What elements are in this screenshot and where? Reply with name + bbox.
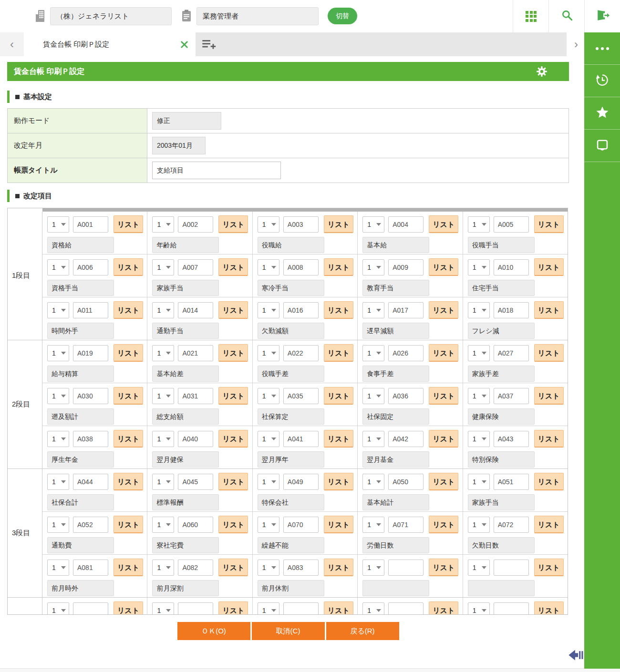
list-button[interactable]: リスト bbox=[429, 344, 458, 362]
order-select[interactable]: 1 bbox=[468, 560, 490, 576]
order-select[interactable]: 1 bbox=[47, 259, 69, 275]
order-select[interactable]: 1 bbox=[258, 602, 279, 615]
item-code-input[interactable] bbox=[73, 345, 108, 361]
new-tab-icon[interactable] bbox=[202, 39, 217, 52]
order-select[interactable]: 1 bbox=[468, 517, 490, 533]
order-select[interactable]: 1 bbox=[258, 388, 279, 404]
order-select[interactable]: 1 bbox=[47, 474, 69, 490]
close-icon[interactable] bbox=[180, 41, 188, 49]
order-select[interactable]: 1 bbox=[47, 302, 69, 318]
item-code-input[interactable] bbox=[283, 431, 319, 447]
list-button[interactable]: リスト bbox=[114, 473, 143, 490]
list-button[interactable]: リスト bbox=[534, 516, 564, 533]
list-button[interactable]: リスト bbox=[324, 344, 353, 362]
order-select[interactable]: 1 bbox=[468, 474, 490, 490]
item-code-input[interactable] bbox=[283, 216, 319, 233]
order-select[interactable]: 1 bbox=[468, 259, 490, 275]
list-button[interactable]: リスト bbox=[218, 344, 248, 362]
list-button[interactable]: リスト bbox=[114, 215, 143, 233]
item-code-input[interactable] bbox=[283, 474, 319, 490]
order-select[interactable]: 1 bbox=[258, 259, 279, 275]
list-button[interactable]: リスト bbox=[324, 473, 353, 490]
list-button[interactable]: リスト bbox=[218, 387, 248, 405]
order-select[interactable]: 1 bbox=[47, 345, 69, 361]
role-input[interactable] bbox=[196, 7, 319, 25]
item-code-input[interactable] bbox=[494, 431, 529, 447]
item-code-input[interactable] bbox=[73, 216, 108, 233]
search-button[interactable] bbox=[548, 0, 585, 32]
order-select[interactable]: 1 bbox=[258, 474, 279, 490]
apps-grid-button[interactable] bbox=[513, 0, 549, 32]
order-select[interactable]: 1 bbox=[468, 345, 490, 361]
list-button[interactable]: リスト bbox=[429, 387, 458, 405]
item-code-input[interactable] bbox=[73, 431, 108, 447]
item-code-input[interactable] bbox=[283, 517, 319, 533]
item-code-input[interactable] bbox=[178, 259, 213, 275]
list-button[interactable]: リスト bbox=[324, 215, 353, 233]
list-button[interactable]: リスト bbox=[114, 601, 143, 615]
item-code-input[interactable] bbox=[388, 302, 424, 318]
list-button[interactable]: リスト bbox=[534, 301, 564, 319]
item-code-input[interactable] bbox=[494, 602, 529, 615]
tab-scroll-right[interactable]: › bbox=[569, 32, 583, 56]
list-button[interactable]: リスト bbox=[218, 301, 248, 319]
list-button[interactable]: リスト bbox=[534, 473, 564, 490]
list-button[interactable]: リスト bbox=[218, 559, 248, 576]
order-select[interactable]: 1 bbox=[47, 602, 69, 615]
item-code-input[interactable] bbox=[178, 602, 213, 615]
list-button[interactable]: リスト bbox=[534, 559, 564, 576]
list-button[interactable]: リスト bbox=[324, 516, 353, 533]
item-code-input[interactable] bbox=[73, 302, 108, 318]
order-select[interactable]: 1 bbox=[362, 388, 384, 404]
order-select[interactable]: 1 bbox=[468, 602, 490, 615]
item-code-input[interactable] bbox=[494, 216, 529, 233]
order-select[interactable]: 1 bbox=[258, 431, 279, 447]
item-code-input[interactable] bbox=[178, 560, 213, 576]
item-code-input[interactable] bbox=[388, 259, 424, 275]
company-input[interactable] bbox=[50, 7, 172, 25]
list-button[interactable]: リスト bbox=[534, 430, 564, 448]
item-code-input[interactable] bbox=[73, 259, 108, 275]
item-code-input[interactable] bbox=[178, 388, 213, 404]
list-button[interactable]: リスト bbox=[429, 473, 458, 490]
order-select[interactable]: 1 bbox=[468, 388, 490, 404]
item-code-input[interactable] bbox=[73, 602, 108, 615]
tab-scroll-left[interactable]: ‹ bbox=[0, 32, 24, 56]
list-button[interactable]: リスト bbox=[534, 215, 564, 233]
list-button[interactable]: リスト bbox=[429, 601, 458, 615]
item-code-input[interactable] bbox=[73, 388, 108, 404]
order-select[interactable]: 1 bbox=[152, 602, 174, 615]
logout-button[interactable] bbox=[584, 0, 620, 32]
item-code-input[interactable] bbox=[178, 216, 213, 233]
item-code-input[interactable] bbox=[494, 345, 529, 361]
order-select[interactable]: 1 bbox=[152, 560, 174, 576]
item-code-input[interactable] bbox=[494, 474, 529, 490]
order-select[interactable]: 1 bbox=[468, 216, 490, 233]
item-code-input[interactable] bbox=[494, 302, 529, 318]
order-select[interactable]: 1 bbox=[258, 216, 279, 233]
list-button[interactable]: リスト bbox=[114, 387, 143, 405]
list-button[interactable]: リスト bbox=[218, 516, 248, 533]
order-select[interactable]: 1 bbox=[47, 388, 69, 404]
order-select[interactable]: 1 bbox=[152, 345, 174, 361]
item-code-input[interactable] bbox=[388, 216, 424, 233]
item-code-input[interactable] bbox=[494, 560, 529, 576]
order-select[interactable]: 1 bbox=[152, 216, 174, 233]
item-code-input[interactable] bbox=[388, 345, 424, 361]
list-button[interactable]: リスト bbox=[324, 601, 353, 615]
list-button[interactable]: リスト bbox=[534, 601, 564, 615]
list-button[interactable]: リスト bbox=[324, 387, 353, 405]
sidebar-history-button[interactable] bbox=[584, 65, 620, 97]
list-button[interactable]: リスト bbox=[114, 258, 143, 276]
item-code-input[interactable] bbox=[494, 517, 529, 533]
order-select[interactable]: 1 bbox=[468, 431, 490, 447]
list-button[interactable]: リスト bbox=[218, 215, 248, 233]
item-code-input[interactable] bbox=[283, 302, 319, 318]
item-code-input[interactable] bbox=[283, 259, 319, 275]
list-button[interactable]: リスト bbox=[534, 344, 564, 362]
sidebar-journal-button[interactable] bbox=[584, 130, 620, 162]
list-button[interactable]: リスト bbox=[324, 430, 353, 448]
item-code-input[interactable] bbox=[283, 388, 319, 404]
item-code-input[interactable] bbox=[494, 388, 529, 404]
item-code-input[interactable] bbox=[178, 345, 213, 361]
